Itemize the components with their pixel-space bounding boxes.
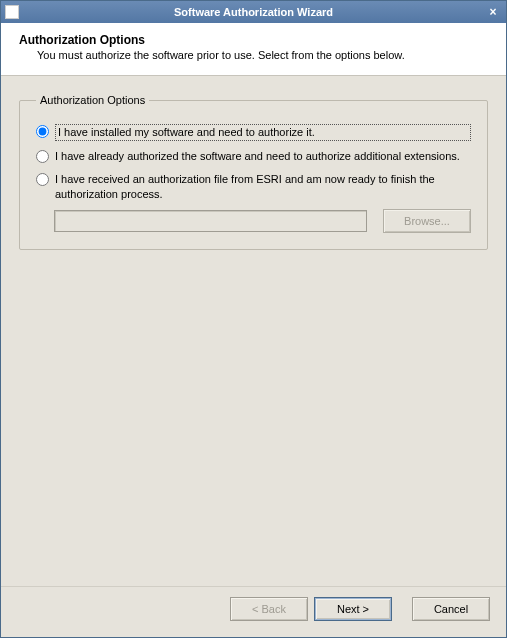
group-legend: Authorization Options (36, 94, 149, 106)
wizard-header: Authorization Options You must authorize… (1, 23, 506, 76)
radio-received-file[interactable] (36, 173, 49, 186)
wizard-content: Authorization Options I have installed m… (1, 76, 506, 586)
back-button[interactable]: < Back (230, 597, 308, 621)
browse-button[interactable]: Browse... (383, 209, 471, 233)
radio-label: I have installed my software and need to… (55, 124, 471, 141)
app-icon (5, 5, 19, 19)
wizard-window: Software Authorization Wizard × Authoriz… (0, 0, 507, 638)
option-additional-extensions[interactable]: I have already authorized the software a… (36, 149, 471, 164)
radio-label: I have received an authorization file fr… (55, 172, 471, 202)
wizard-footer: < Back Next > Cancel (1, 586, 506, 637)
cancel-button[interactable]: Cancel (412, 597, 490, 621)
next-button[interactable]: Next > (314, 597, 392, 621)
authorization-options-group: Authorization Options I have installed m… (19, 94, 488, 250)
page-subtitle: You must authorize the software prior to… (19, 49, 488, 61)
radio-additional-extensions[interactable] (36, 150, 49, 163)
titlebar[interactable]: Software Authorization Wizard × (1, 1, 506, 23)
authorization-file-input[interactable] (54, 210, 367, 232)
page-title: Authorization Options (19, 33, 488, 47)
option-install-authorize[interactable]: I have installed my software and need to… (36, 124, 471, 141)
close-icon[interactable]: × (484, 5, 502, 19)
radio-install-authorize[interactable] (36, 125, 49, 138)
authorization-file-row: Browse... (36, 209, 471, 233)
option-received-file[interactable]: I have received an authorization file fr… (36, 172, 471, 202)
window-title: Software Authorization Wizard (23, 6, 484, 18)
radio-label: I have already authorized the software a… (55, 149, 471, 164)
